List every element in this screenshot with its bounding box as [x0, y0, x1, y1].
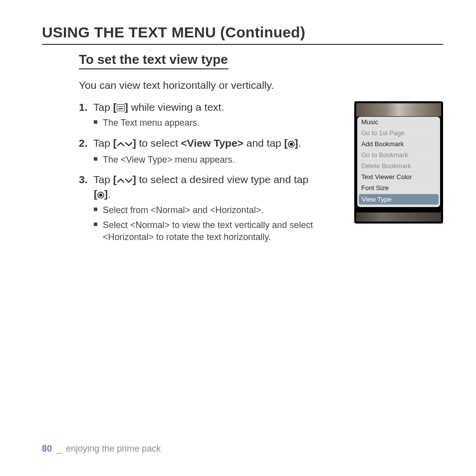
menu-icon [117, 104, 125, 111]
menu-item-add-bookmark: Add Bookmark [357, 139, 440, 150]
menu-item-text-viewer-color: Text Viewer Color [357, 172, 440, 183]
device-bottom-strip [356, 212, 441, 222]
page-title: USING THE TEXT MENU (Continued) [42, 24, 443, 41]
step-3: 3. Tap [] to select a desired view type … [79, 173, 343, 243]
menu-item-music: Music [357, 117, 440, 128]
step-3-sub-2: Select <Normal> to view the text vertica… [94, 219, 343, 243]
menu-item-delete-bookmark: Delete Bookmark [357, 161, 440, 172]
intro-text: You can view text horizontally or vertic… [79, 79, 443, 91]
step-3-mid: to select a desired view type and tap [136, 174, 309, 185]
step-2-sub: The <View Type> menu appears. [94, 154, 343, 166]
chapter-name: enjoying the prime pack [66, 444, 161, 454]
step-3-post: . [108, 188, 111, 200]
menu-item-1st-page: Go to 1st Page [357, 128, 440, 139]
step-3-sub-1: Select from <Normal> and <Horizontal>. [94, 204, 343, 216]
step-2-post: . [298, 137, 301, 149]
section-title: To set the text view type [79, 52, 229, 69]
menu-item-goto-bookmark: Go to Bookmark [357, 150, 440, 161]
bracket-close: ] [125, 101, 128, 113]
step-2: 2. Tap [] to select <View Type> and tap … [79, 136, 343, 166]
step-1-sub: The Text menu appears. [94, 117, 343, 129]
menu-item-view-type: View Type [359, 194, 439, 205]
step-3-number: 3. [79, 174, 88, 185]
svg-point-3 [99, 194, 102, 197]
bracket-open-3: [ [113, 174, 117, 185]
up-down-icon [117, 137, 133, 151]
footer-underscore: _ [56, 444, 61, 454]
title-rule [42, 44, 443, 45]
device-menu: Music Go to 1st Page Add Bookmark Go to … [357, 117, 440, 207]
step-1-number: 1. [79, 101, 88, 113]
bracket-open-3b: [ [94, 188, 97, 200]
bracket-close-2b: ] [295, 137, 298, 149]
menu-item-font-size: Font Size [357, 183, 440, 194]
content-row: 1. Tap [] while viewing a text. The Text… [79, 100, 443, 250]
body-wrap: To set the text view type You can view t… [79, 52, 443, 250]
bracket-close-2: ] [133, 137, 136, 149]
up-down-icon-2 [117, 174, 133, 187]
step-2-pre: Tap [93, 137, 113, 149]
device-top-strip [356, 103, 441, 117]
step-3-sub: Select from <Normal> and <Horizontal>. S… [94, 204, 343, 243]
manual-page: USING THE TEXT MENU (Continued) To set t… [0, 0, 476, 476]
step-2-mid2: and tap [243, 137, 284, 149]
step-1-pre: Tap [93, 101, 113, 113]
device-screen: Music Go to 1st Page Add Bookmark Go to … [356, 103, 441, 222]
step-2-number: 2. [79, 137, 88, 149]
step-2-mid1: to select [136, 137, 181, 149]
bracket-close-3b: ] [104, 188, 108, 200]
bracket-open-2: [ [113, 137, 117, 149]
select-icon [288, 141, 295, 148]
step-2-sub-1: The <View Type> menu appears. [94, 154, 343, 166]
step-1: 1. Tap [] while viewing a text. The Text… [79, 100, 343, 129]
device-screenshot: Music Go to 1st Page Add Bookmark Go to … [354, 101, 443, 224]
page-footer: 80 _ enjoying the prime pack [42, 444, 161, 454]
bracket-open-2b: [ [284, 137, 288, 149]
bracket-close-3: ] [133, 174, 136, 185]
step-3-pre: Tap [93, 174, 113, 185]
svg-point-1 [289, 142, 292, 145]
step-1-sub-1: The Text menu appears. [94, 117, 343, 129]
steps-list: 1. Tap [] while viewing a text. The Text… [79, 100, 343, 250]
step-1-post: while viewing a text. [128, 101, 225, 113]
device-frame: Music Go to 1st Page Add Bookmark Go to … [354, 101, 443, 224]
select-icon-2 [97, 192, 104, 199]
page-number: 80 [42, 444, 52, 454]
step-2-viewtype: <View Type> [181, 137, 243, 149]
bracket-open: [ [113, 101, 117, 113]
